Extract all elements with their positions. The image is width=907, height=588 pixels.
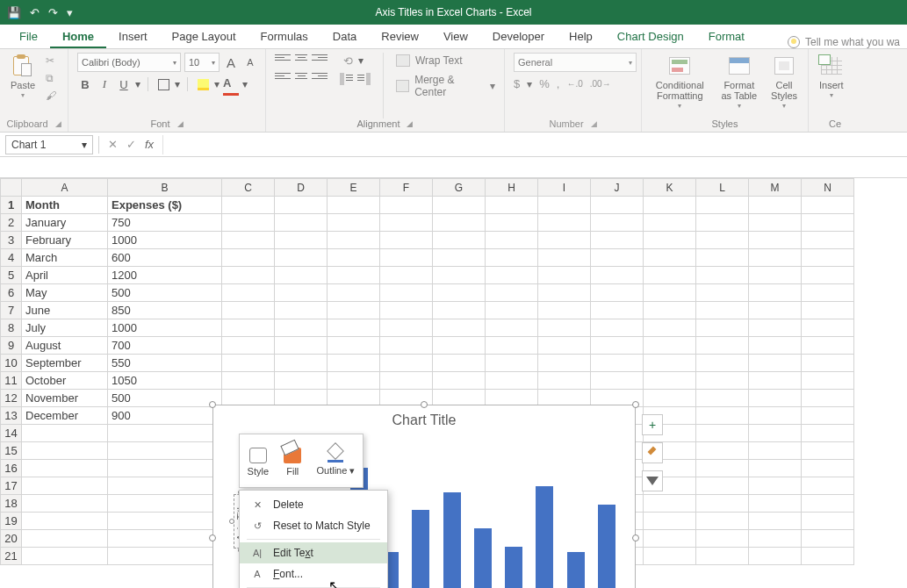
- cell[interactable]: [538, 319, 591, 337]
- cell[interactable]: [591, 232, 644, 249]
- cell[interactable]: [696, 390, 749, 407]
- cell[interactable]: 1050: [108, 372, 222, 390]
- cell[interactable]: [644, 249, 696, 267]
- cell[interactable]: [380, 319, 433, 337]
- cell[interactable]: [538, 337, 591, 355]
- tab-formulas[interactable]: Formulas: [248, 25, 320, 48]
- cell[interactable]: [538, 372, 591, 390]
- cell[interactable]: [696, 530, 749, 548]
- cell[interactable]: [433, 249, 486, 267]
- accounting-button[interactable]: $: [514, 77, 520, 90]
- cell[interactable]: [644, 337, 696, 355]
- cell[interactable]: [433, 267, 486, 284]
- cell[interactable]: [802, 530, 854, 548]
- cell[interactable]: [591, 302, 644, 319]
- row-header[interactable]: 11: [1, 372, 22, 390]
- cell[interactable]: [802, 284, 854, 302]
- cell[interactable]: [644, 267, 696, 284]
- chevron-down-icon[interactable]: ▾: [21, 91, 25, 99]
- cell[interactable]: [108, 477, 222, 495]
- cell[interactable]: 1000: [108, 232, 222, 249]
- cell[interactable]: [644, 390, 696, 407]
- cell[interactable]: [591, 214, 644, 232]
- cell[interactable]: [802, 442, 854, 460]
- cell[interactable]: [380, 302, 433, 319]
- cell[interactable]: [538, 284, 591, 302]
- cell[interactable]: [486, 319, 538, 337]
- row-header[interactable]: 16: [1, 460, 22, 477]
- cell[interactable]: [380, 267, 433, 284]
- cell[interactable]: [644, 548, 696, 565]
- cell[interactable]: [802, 548, 854, 565]
- cell[interactable]: [486, 355, 538, 372]
- underline-button[interactable]: U: [116, 76, 132, 92]
- chevron-down-icon[interactable]: ▾: [135, 78, 140, 90]
- cell[interactable]: [433, 355, 486, 372]
- cell[interactable]: [538, 302, 591, 319]
- cell[interactable]: [380, 284, 433, 302]
- row-header[interactable]: 9: [1, 337, 22, 355]
- cell[interactable]: 550: [108, 355, 222, 372]
- align-middle-button[interactable]: [293, 54, 309, 67]
- cell[interactable]: [696, 232, 749, 249]
- cell[interactable]: [222, 249, 275, 267]
- cell[interactable]: [380, 372, 433, 390]
- cell[interactable]: [591, 284, 644, 302]
- cell[interactable]: 700: [108, 337, 222, 355]
- cell[interactable]: [275, 319, 328, 337]
- cell[interactable]: [433, 232, 486, 249]
- cell[interactable]: [644, 530, 696, 548]
- merge-center-button[interactable]: Merge & Center▾: [396, 74, 495, 98]
- column-header[interactable]: I: [538, 179, 591, 197]
- cell[interactable]: [328, 197, 380, 214]
- cell[interactable]: [644, 513, 696, 530]
- cell[interactable]: [275, 372, 328, 390]
- conditional-formatting-button[interactable]: Conditional Formatting▾: [651, 53, 709, 110]
- row-header[interactable]: 10: [1, 355, 22, 372]
- tab-file[interactable]: File: [7, 25, 50, 48]
- cell-styles-button[interactable]: Cell Styles▾: [769, 53, 799, 110]
- cell[interactable]: May: [22, 284, 108, 302]
- fx-icon[interactable]: fx: [145, 138, 154, 151]
- chart-elements-button[interactable]: +: [642, 414, 663, 435]
- cell[interactable]: [222, 372, 275, 390]
- row-header[interactable]: 7: [1, 302, 22, 319]
- column-header[interactable]: K: [644, 179, 696, 197]
- mini-outline-button[interactable]: Outline ▾: [316, 447, 355, 477]
- cell[interactable]: [222, 337, 275, 355]
- tab-page-layout[interactable]: Page Layout: [160, 25, 248, 48]
- column-header[interactable]: B: [108, 179, 222, 197]
- column-header[interactable]: L: [696, 179, 749, 197]
- cell[interactable]: [591, 337, 644, 355]
- column-header[interactable]: J: [591, 179, 644, 197]
- cell[interactable]: [222, 355, 275, 372]
- cell[interactable]: [108, 513, 222, 530]
- cell[interactable]: [275, 267, 328, 284]
- chart-styles-button[interactable]: [642, 442, 663, 463]
- cell[interactable]: [749, 337, 802, 355]
- cell[interactable]: [802, 197, 854, 214]
- redo-icon[interactable]: ↷: [48, 6, 58, 19]
- tab-developer[interactable]: Developer: [480, 25, 557, 48]
- format-painter-icon[interactable]: 🖌: [46, 90, 56, 102]
- cell[interactable]: February: [22, 232, 108, 249]
- cell[interactable]: [108, 460, 222, 477]
- column-header[interactable]: E: [328, 179, 380, 197]
- cell[interactable]: [696, 337, 749, 355]
- cell[interactable]: 500: [108, 284, 222, 302]
- cell[interactable]: [486, 284, 538, 302]
- cancel-icon[interactable]: ✕: [108, 138, 118, 151]
- cell[interactable]: [696, 477, 749, 495]
- cell[interactable]: [328, 302, 380, 319]
- cell[interactable]: [802, 355, 854, 372]
- align-right-button[interactable]: [312, 73, 328, 85]
- cell[interactable]: [749, 249, 802, 267]
- number-format-select[interactable]: General▾: [514, 53, 637, 72]
- increase-decimal-button[interactable]: ←.0: [566, 79, 582, 89]
- cell[interactable]: [591, 319, 644, 337]
- cell[interactable]: [802, 214, 854, 232]
- chart-bar[interactable]: [567, 552, 585, 588]
- chart-bar[interactable]: [474, 528, 492, 588]
- row-header[interactable]: 1: [1, 197, 22, 214]
- cell[interactable]: Expenses ($): [108, 197, 222, 214]
